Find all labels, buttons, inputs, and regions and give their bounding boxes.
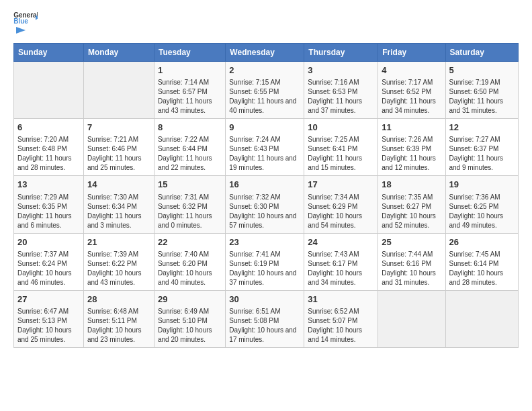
day-number: 10	[308, 122, 374, 134]
day-info: Sunrise: 7:31 AM Sunset: 6:32 PM Dayligh…	[158, 193, 222, 230]
day-info: Sunrise: 7:25 AM Sunset: 6:41 PM Dayligh…	[308, 135, 374, 173]
day-info: Sunrise: 7:22 AM Sunset: 6:44 PM Dayligh…	[158, 135, 222, 173]
calendar-cell: 19Sunrise: 7:36 AM Sunset: 6:25 PM Dayli…	[445, 176, 519, 233]
day-info: Sunrise: 6:52 AM Sunset: 5:07 PM Dayligh…	[308, 307, 374, 345]
header-row: SundayMondayTuesdayWednesdayThursdayFrid…	[14, 44, 519, 62]
day-number: 31	[308, 293, 374, 306]
day-number: 1	[158, 64, 222, 77]
day-info: Sunrise: 7:37 AM Sunset: 6:24 PM Dayligh…	[17, 250, 80, 287]
calendar-cell	[378, 290, 445, 347]
header-monday: Monday	[83, 44, 154, 62]
day-number: 4	[382, 64, 441, 77]
day-number: 13	[17, 179, 80, 191]
day-number: 29	[158, 293, 222, 306]
calendar-cell: 21Sunrise: 7:39 AM Sunset: 6:22 PM Dayli…	[83, 233, 154, 290]
calendar-cell: 27Sunrise: 6:47 AM Sunset: 5:13 PM Dayli…	[14, 290, 84, 347]
day-info: Sunrise: 7:30 AM Sunset: 6:34 PM Dayligh…	[87, 193, 150, 230]
calendar-cell: 28Sunrise: 6:48 AM Sunset: 5:11 PM Dayli…	[83, 290, 154, 347]
calendar-cell: 17Sunrise: 7:34 AM Sunset: 6:29 PM Dayli…	[304, 176, 378, 233]
day-info: Sunrise: 7:19 AM Sunset: 6:50 PM Dayligh…	[449, 78, 515, 116]
day-info: Sunrise: 6:51 AM Sunset: 5:08 PM Dayligh…	[229, 307, 300, 345]
calendar-cell: 11Sunrise: 7:26 AM Sunset: 6:39 PM Dayli…	[378, 119, 445, 176]
day-info: Sunrise: 7:35 AM Sunset: 6:27 PM Dayligh…	[382, 193, 441, 230]
calendar-cell: 1Sunrise: 7:14 AM Sunset: 6:57 PM Daylig…	[154, 62, 225, 119]
day-number: 16	[229, 179, 300, 191]
day-info: Sunrise: 6:47 AM Sunset: 5:13 PM Dayligh…	[17, 307, 80, 345]
day-number: 6	[17, 122, 80, 134]
calendar-cell: 15Sunrise: 7:31 AM Sunset: 6:32 PM Dayli…	[154, 176, 225, 233]
day-number: 24	[308, 236, 374, 248]
header: General Blue	[13, 11, 519, 36]
calendar-cell: 7Sunrise: 7:21 AM Sunset: 6:46 PM Daylig…	[83, 119, 154, 176]
day-info: Sunrise: 7:36 AM Sunset: 6:25 PM Dayligh…	[449, 193, 515, 230]
day-info: Sunrise: 7:40 AM Sunset: 6:20 PM Dayligh…	[158, 250, 222, 287]
day-number: 23	[229, 236, 300, 248]
calendar-week-3: 13Sunrise: 7:29 AM Sunset: 6:35 PM Dayli…	[14, 176, 519, 233]
day-number: 11	[382, 122, 441, 134]
day-number: 8	[158, 122, 222, 134]
calendar-cell: 16Sunrise: 7:32 AM Sunset: 6:30 PM Dayli…	[226, 176, 304, 233]
calendar-cell: 8Sunrise: 7:22 AM Sunset: 6:44 PM Daylig…	[154, 119, 225, 176]
calendar-cell: 18Sunrise: 7:35 AM Sunset: 6:27 PM Dayli…	[378, 176, 445, 233]
calendar-cell: 26Sunrise: 7:45 AM Sunset: 6:14 PM Dayli…	[445, 233, 519, 290]
calendar-cell: 10Sunrise: 7:25 AM Sunset: 6:41 PM Dayli…	[304, 119, 378, 176]
calendar-cell: 9Sunrise: 7:24 AM Sunset: 6:43 PM Daylig…	[226, 119, 304, 176]
day-info: Sunrise: 7:27 AM Sunset: 6:37 PM Dayligh…	[449, 135, 515, 173]
day-number: 2	[229, 64, 300, 77]
calendar-cell: 4Sunrise: 7:17 AM Sunset: 6:52 PM Daylig…	[378, 62, 445, 119]
day-info: Sunrise: 6:49 AM Sunset: 5:10 PM Dayligh…	[158, 307, 222, 345]
day-info: Sunrise: 7:43 AM Sunset: 6:17 PM Dayligh…	[308, 250, 374, 287]
calendar-cell	[14, 62, 84, 119]
header-sunday: Sunday	[14, 44, 84, 62]
calendar-cell	[83, 62, 154, 119]
day-number: 18	[382, 179, 441, 191]
day-info: Sunrise: 7:16 AM Sunset: 6:53 PM Dayligh…	[308, 78, 374, 116]
calendar-cell	[445, 290, 519, 347]
calendar-cell: 25Sunrise: 7:44 AM Sunset: 6:16 PM Dayli…	[378, 233, 445, 290]
day-number: 9	[229, 122, 300, 134]
day-info: Sunrise: 7:34 AM Sunset: 6:29 PM Dayligh…	[308, 193, 374, 230]
day-info: Sunrise: 7:26 AM Sunset: 6:39 PM Dayligh…	[382, 135, 441, 173]
calendar-cell: 14Sunrise: 7:30 AM Sunset: 6:34 PM Dayli…	[83, 176, 154, 233]
calendar-cell: 12Sunrise: 7:27 AM Sunset: 6:37 PM Dayli…	[445, 119, 519, 176]
calendar-cell: 6Sunrise: 7:20 AM Sunset: 6:48 PM Daylig…	[14, 119, 84, 176]
day-number: 30	[229, 293, 300, 306]
logo-triangle-icon	[15, 24, 27, 36]
day-info: Sunrise: 7:21 AM Sunset: 6:46 PM Dayligh…	[87, 135, 150, 173]
day-number: 22	[158, 236, 222, 248]
day-info: Sunrise: 7:45 AM Sunset: 6:14 PM Dayligh…	[449, 250, 515, 287]
calendar-week-1: 1Sunrise: 7:14 AM Sunset: 6:57 PM Daylig…	[14, 62, 519, 119]
calendar-cell: 2Sunrise: 7:15 AM Sunset: 6:55 PM Daylig…	[226, 62, 304, 119]
day-info: Sunrise: 7:17 AM Sunset: 6:52 PM Dayligh…	[382, 78, 441, 116]
calendar-body: 1Sunrise: 7:14 AM Sunset: 6:57 PM Daylig…	[14, 62, 519, 348]
day-number: 20	[17, 236, 80, 248]
svg-marker-3	[16, 27, 26, 34]
day-info: Sunrise: 7:39 AM Sunset: 6:22 PM Dayligh…	[87, 250, 150, 287]
calendar-week-2: 6Sunrise: 7:20 AM Sunset: 6:48 PM Daylig…	[14, 119, 519, 176]
calendar-cell: 29Sunrise: 6:49 AM Sunset: 5:10 PM Dayli…	[154, 290, 225, 347]
calendar-cell: 24Sunrise: 7:43 AM Sunset: 6:17 PM Dayli…	[304, 233, 378, 290]
day-number: 7	[87, 122, 150, 134]
calendar-cell: 3Sunrise: 7:16 AM Sunset: 6:53 PM Daylig…	[304, 62, 378, 119]
calendar-cell: 22Sunrise: 7:40 AM Sunset: 6:20 PM Dayli…	[154, 233, 225, 290]
header-friday: Friday	[378, 44, 445, 62]
day-number: 14	[87, 179, 150, 191]
calendar-week-4: 20Sunrise: 7:37 AM Sunset: 6:24 PM Dayli…	[14, 233, 519, 290]
header-tuesday: Tuesday	[154, 44, 225, 62]
calendar-cell: 31Sunrise: 6:52 AM Sunset: 5:07 PM Dayli…	[304, 290, 378, 347]
calendar-cell: 23Sunrise: 7:41 AM Sunset: 6:19 PM Dayli…	[226, 233, 304, 290]
day-info: Sunrise: 7:15 AM Sunset: 6:55 PM Dayligh…	[229, 78, 300, 116]
day-number: 21	[87, 236, 150, 248]
calendar-cell: 5Sunrise: 7:19 AM Sunset: 6:50 PM Daylig…	[445, 62, 519, 119]
calendar-cell: 13Sunrise: 7:29 AM Sunset: 6:35 PM Dayli…	[14, 176, 84, 233]
day-number: 5	[449, 64, 515, 77]
day-number: 17	[308, 179, 374, 191]
logo: General Blue	[13, 11, 38, 36]
day-info: Sunrise: 7:44 AM Sunset: 6:16 PM Dayligh…	[382, 250, 441, 287]
day-number: 15	[158, 179, 222, 191]
day-info: Sunrise: 7:14 AM Sunset: 6:57 PM Dayligh…	[158, 78, 222, 116]
day-number: 25	[382, 236, 441, 248]
day-info: Sunrise: 7:24 AM Sunset: 6:43 PM Dayligh…	[229, 135, 300, 173]
calendar-week-5: 27Sunrise: 6:47 AM Sunset: 5:13 PM Dayli…	[14, 290, 519, 347]
calendar-cell: 20Sunrise: 7:37 AM Sunset: 6:24 PM Dayli…	[14, 233, 84, 290]
